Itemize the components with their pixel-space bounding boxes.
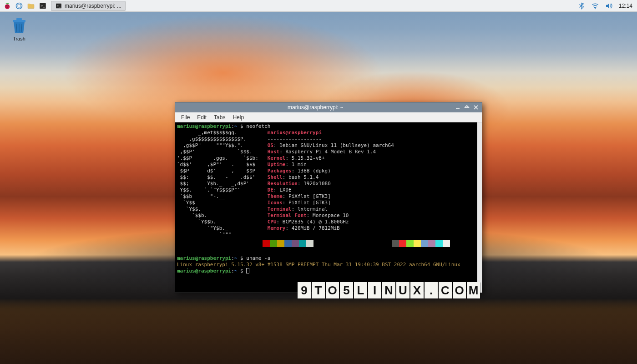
terminal-body[interactable]: marius@raspberrypi:~ $ neofetch _,met$$$… <box>175 122 482 293</box>
watermark-char: 5 <box>340 282 353 298</box>
watermark-char: U <box>396 282 410 298</box>
minimize-button[interactable] <box>454 104 462 111</box>
desktop-icon-trash[interactable]: Trash <box>6 17 32 41</box>
svg-point-2 <box>7 5 9 6</box>
watermark-char: O <box>326 282 339 298</box>
watermark-char: T <box>312 282 325 298</box>
window-controls <box>454 104 480 111</box>
watermark-char: O <box>453 282 466 298</box>
menu-edit[interactable]: Edit <box>194 113 210 121</box>
bluetooth-icon[interactable] <box>576 1 587 11</box>
wifi-icon[interactable] <box>590 1 601 11</box>
watermark-char: X <box>410 282 424 298</box>
taskbar-left: >_ >_ marius@raspberrypi: ... <box>2 1 126 11</box>
terminal-window: marius@raspberrypi: ~ File Edit Tabs Hel… <box>175 102 482 293</box>
svg-text:>_: >_ <box>41 4 46 8</box>
menu-help[interactable]: Help <box>229 113 247 121</box>
svg-text:>_: >_ <box>57 4 61 8</box>
raspberry-menu-icon[interactable] <box>2 1 13 11</box>
web-browser-icon[interactable] <box>14 1 25 11</box>
watermark: 9TO5LINUX.COM <box>298 282 480 298</box>
menu-tabs[interactable]: Tabs <box>211 113 228 121</box>
desktop-icon-label: Trash <box>6 36 32 41</box>
svg-point-6 <box>18 3 20 9</box>
volume-icon[interactable] <box>603 1 614 11</box>
svg-point-11 <box>595 8 596 9</box>
watermark-char: N <box>382 282 395 298</box>
maximize-button[interactable] <box>463 104 471 111</box>
watermark-char: C <box>439 282 452 298</box>
taskbar-tray: 12:14 <box>576 1 635 11</box>
menu-file[interactable]: File <box>178 113 193 121</box>
watermark-char: M <box>467 282 480 298</box>
taskbar-task-label: marius@raspberrypi: ... <box>65 3 121 9</box>
terminal-icon: >_ <box>55 2 62 10</box>
file-manager-icon[interactable] <box>25 1 36 11</box>
svg-rect-12 <box>13 20 25 22</box>
window-title: marius@raspberrypi: ~ <box>177 104 454 111</box>
titlebar[interactable]: marius@raspberrypi: ~ <box>175 102 482 112</box>
watermark-char: L <box>354 282 367 298</box>
trash-icon <box>10 17 28 35</box>
watermark-char: 9 <box>298 282 311 298</box>
svg-point-1 <box>5 5 7 6</box>
svg-point-5 <box>16 5 22 7</box>
taskbar: >_ >_ marius@raspberrypi: ... 12:14 <box>0 0 637 12</box>
taskbar-task-terminal[interactable]: >_ marius@raspberrypi: ... <box>51 1 126 11</box>
watermark-char: . <box>425 282 438 298</box>
watermark-char: I <box>368 282 381 298</box>
svg-point-4 <box>16 3 22 9</box>
terminal-scrollbar[interactable] <box>477 122 482 293</box>
svg-point-3 <box>6 6 8 8</box>
svg-rect-13 <box>16 18 22 20</box>
menubar: File Edit Tabs Help <box>175 112 482 122</box>
close-button[interactable] <box>472 104 480 111</box>
clock[interactable]: 12:14 <box>617 3 632 9</box>
terminal-launcher-icon[interactable]: >_ <box>37 1 48 11</box>
